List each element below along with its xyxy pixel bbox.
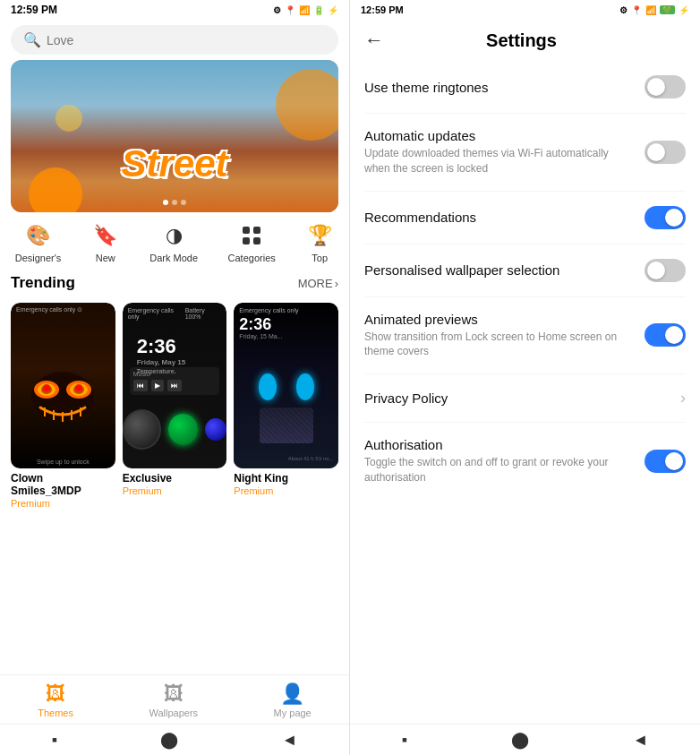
more-label: MORE	[298, 277, 333, 290]
settings-list: Use theme ringtones Automatic updates Up…	[350, 61, 700, 724]
left-time: 12:59 PM	[11, 4, 57, 16]
wolf-status: Emergency calls only	[239, 307, 298, 313]
wolf-date: Friday, 15 Ma...	[239, 333, 282, 339]
bottom-nav: 🖼 Themes 🖼 Wallpapers 👤 My page	[0, 674, 349, 724]
setting-ringtones: Use theme ringtones	[364, 61, 686, 114]
clown-bg: Emergency calls only ⊙	[11, 303, 115, 468]
circle-3	[205, 418, 226, 441]
music-controls: ⏮ ▶ ⏭	[133, 380, 217, 391]
right-square-btn[interactable]: ▪	[402, 731, 407, 750]
left-system-nav: ▪ ⬤ ◄	[0, 724, 349, 755]
clown-thumbnail: Emergency calls only ⊙	[11, 303, 115, 468]
wallpaper-selection-knob	[647, 262, 665, 279]
animated-previews-left: Animated previews Show transition from L…	[364, 312, 645, 360]
r-location-icon: 📍	[631, 5, 642, 15]
right-back-btn[interactable]: ◄	[632, 731, 648, 750]
setting-privacy-policy[interactable]: Privacy Policy ›	[364, 374, 686, 423]
wolf-eyes	[259, 373, 314, 400]
theme-card-exclusive[interactable]: Emergency calls only Battery 100% 2:36 F…	[123, 303, 227, 512]
nav-new[interactable]: 🔖 New	[91, 221, 120, 263]
back-button[interactable]: ←	[364, 29, 384, 52]
svg-rect-3	[253, 237, 260, 245]
dark-temp: Temperature.	[137, 368, 227, 374]
animated-previews-toggle[interactable]	[645, 323, 686, 347]
theme-card-nightking[interactable]: Emergency calls only 2:36 Friday, 15 Ma.…	[234, 303, 338, 512]
search-bar[interactable]: 🔍	[11, 25, 338, 55]
category-nav: 🎨 Designer's 🔖 New ◑ Dark Mode Categorie…	[0, 212, 349, 267]
mypage-icon: 👤	[280, 682, 304, 706]
svg-point-12	[75, 384, 82, 391]
left-circle-btn[interactable]: ⬤	[160, 730, 178, 750]
play-icon: ▶	[151, 380, 164, 391]
authorisation-label: Authorisation	[364, 437, 634, 452]
bottom-nav-wallpapers[interactable]: 🖼 Wallpapers	[149, 682, 198, 718]
wallpaper-selection-toggle[interactable]	[645, 259, 686, 282]
designer-icon: 🎨	[24, 221, 53, 250]
theme-card-clown[interactable]: Emergency calls only ⊙	[11, 303, 115, 512]
next-icon: ⏭	[167, 380, 182, 391]
animated-previews-label: Animated previews	[364, 312, 634, 327]
authorisation-toggle[interactable]	[645, 450, 686, 473]
left-square-btn[interactable]: ▪	[52, 731, 57, 750]
wallpapers-icon: 🖼	[164, 682, 184, 706]
exclusive-thumbnail: Emergency calls only Battery 100% 2:36 F…	[123, 303, 227, 468]
dark-status-bar: Emergency calls only Battery 100%	[123, 303, 227, 324]
clown-top-bar: Emergency calls only ⊙	[11, 303, 115, 317]
recommendations-knob	[665, 209, 683, 227]
right-status-icons: ⚙ 📍 📶 💚 ⚡	[619, 5, 689, 15]
auto-updates-toggle[interactable]	[645, 141, 686, 164]
auto-updates-knob	[647, 143, 665, 161]
deco-circle-1	[276, 69, 338, 141]
svg-rect-0	[243, 227, 250, 234]
wolf-time: 2:36	[239, 315, 271, 334]
authorisation-left: Authorisation Toggle the switch on and o…	[364, 437, 645, 485]
left-back-btn[interactable]: ◄	[282, 731, 298, 750]
setting-authorisation: Authorisation Toggle the switch on and o…	[364, 423, 686, 500]
r-bluetooth-icon: ⚡	[679, 5, 689, 15]
exclusive-name: Exclusive	[123, 472, 227, 485]
search-icon: 🔍	[23, 31, 41, 48]
nightking-name: Night King	[234, 472, 338, 485]
dark-emergency: Emergency calls only	[128, 307, 185, 320]
auto-updates-left: Automatic updates Update downloaded them…	[364, 128, 645, 176]
location-icon: 📍	[285, 5, 295, 15]
ringtones-toggle[interactable]	[645, 75, 686, 99]
darkmode-icon: ◑	[159, 221, 188, 250]
android-icon: ⚙	[273, 5, 281, 15]
nightking-thumbnail: Emergency calls only 2:36 Friday, 15 Ma.…	[234, 303, 338, 468]
privacy-chevron-icon: ›	[680, 389, 686, 408]
nav-top[interactable]: 🏆 Top	[305, 221, 334, 263]
nav-designers[interactable]: 🎨 Designer's	[15, 221, 62, 263]
hero-banner: Street	[11, 60, 338, 212]
search-input[interactable]	[47, 33, 326, 47]
setting-recommendations: Recommendations	[364, 192, 686, 245]
ringtones-left: Use theme ringtones	[364, 80, 645, 95]
themes-label: Themes	[38, 708, 73, 718]
nav-categories[interactable]: Categories	[228, 221, 276, 263]
clown-face	[11, 317, 115, 459]
svg-point-11	[43, 384, 50, 391]
recommendations-left: Recommendations	[364, 210, 645, 225]
bottom-nav-mypage[interactable]: 👤 My page	[274, 682, 312, 718]
svg-rect-1	[253, 227, 260, 234]
circle-2	[168, 414, 199, 445]
recommendations-toggle[interactable]	[645, 206, 686, 229]
bottom-nav-themes[interactable]: 🖼 Themes	[38, 682, 73, 718]
more-chevron-icon: ›	[335, 277, 338, 290]
dot-2	[172, 200, 177, 205]
more-button[interactable]: MORE ›	[298, 277, 338, 290]
signal-icon: 📶	[299, 5, 310, 15]
setting-auto-updates: Automatic updates Update downloaded them…	[364, 114, 686, 192]
nav-designers-label: Designer's	[15, 253, 62, 263]
dark-hour: 2:36	[137, 335, 227, 358]
categories-icon	[237, 221, 266, 250]
right-circle-btn[interactable]: ⬤	[511, 730, 529, 750]
banner-text: Street	[121, 142, 227, 185]
deco-circle-2	[55, 105, 82, 132]
animated-previews-desc: Show transition from Lock screen to Home…	[364, 330, 634, 360]
nav-categories-label: Categories	[228, 253, 276, 263]
nav-darkmode[interactable]: ◑ Dark Mode	[149, 221, 198, 263]
clown-info: Clown Smiles_3MDP Premium	[11, 468, 115, 512]
auto-updates-desc: Update downloaded themes via Wi-Fi autom…	[364, 146, 634, 176]
privacy-policy-left: Privacy Policy	[364, 390, 680, 406]
